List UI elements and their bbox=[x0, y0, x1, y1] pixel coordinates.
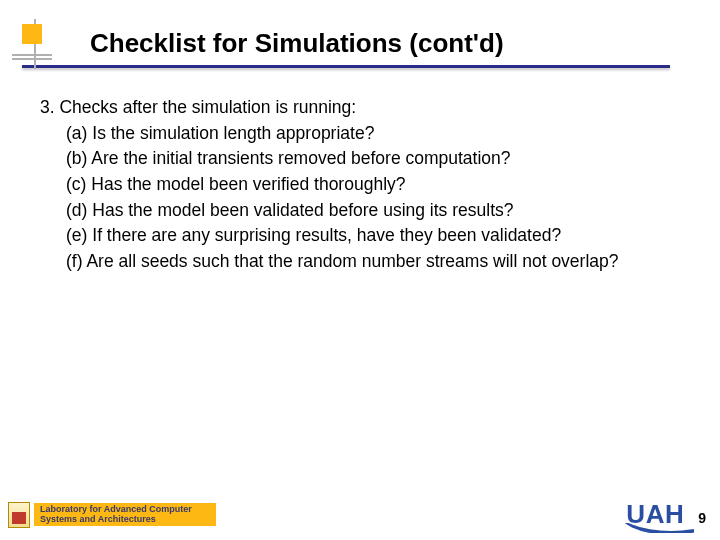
item-label: (c) bbox=[66, 174, 86, 194]
list-item: (f) Are all seeds such that the random n… bbox=[66, 250, 670, 274]
section-number: 3. bbox=[40, 97, 55, 117]
title-underline bbox=[22, 65, 670, 68]
lab-line-2: Systems and Architectures bbox=[40, 515, 210, 524]
footer-right: UAH 9 bbox=[626, 499, 706, 530]
subitems-list: (a) Is the simulation length appropriate… bbox=[66, 122, 670, 274]
lab-text: Laboratory for Advanced Computer Systems… bbox=[34, 503, 216, 526]
list-item: (a) Is the simulation length appropriate… bbox=[66, 122, 670, 146]
list-item: (c) Has the model been verified thorough… bbox=[66, 173, 670, 197]
item-text: Are all seeds such that the random numbe… bbox=[86, 251, 618, 271]
footer-left: Laboratory for Advanced Computer Systems… bbox=[8, 502, 216, 528]
item-label: (e) bbox=[66, 225, 87, 245]
item-text: Is the simulation length appropriate? bbox=[92, 123, 374, 143]
item-text: If there are any surprising results, hav… bbox=[92, 225, 561, 245]
item-label: (d) bbox=[66, 200, 87, 220]
item-text: Has the model been verified thoroughly? bbox=[91, 174, 405, 194]
title-block: Checklist for Simulations (cont'd) bbox=[0, 0, 720, 68]
item-text: Are the initial transients removed befor… bbox=[91, 148, 510, 168]
uah-logo: UAH bbox=[626, 499, 684, 530]
section-heading-text: Checks after the simulation is running: bbox=[59, 97, 356, 117]
list-item: (d) Has the model been validated before … bbox=[66, 199, 670, 223]
footer: Laboratory for Advanced Computer Systems… bbox=[0, 499, 720, 530]
item-label: (b) bbox=[66, 148, 87, 168]
uah-swoosh-icon bbox=[624, 523, 694, 533]
list-item: (e) If there are any surprising results,… bbox=[66, 224, 670, 248]
item-label: (f) bbox=[66, 251, 83, 271]
item-text: Has the model been validated before usin… bbox=[92, 200, 513, 220]
section-heading: 3. Checks after the simulation is runnin… bbox=[40, 96, 670, 120]
page-number: 9 bbox=[698, 510, 706, 526]
content-area: 3. Checks after the simulation is runnin… bbox=[40, 96, 670, 273]
lab-icon bbox=[8, 502, 30, 528]
item-label: (a) bbox=[66, 123, 87, 143]
slide-title: Checklist for Simulations (cont'd) bbox=[90, 28, 720, 59]
list-item: (b) Are the initial transients removed b… bbox=[66, 147, 670, 171]
